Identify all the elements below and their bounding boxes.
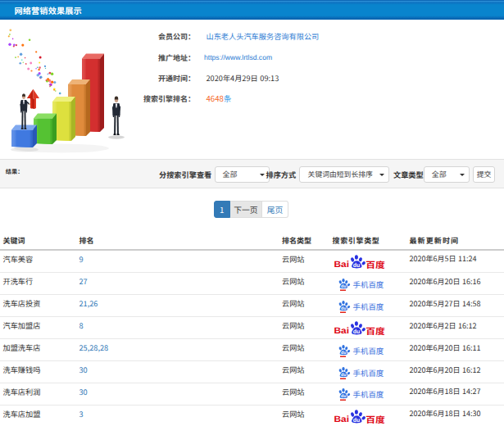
svg-text:百度: 百度 [366,412,385,424]
svg-text:du: du [340,373,346,378]
svg-text:du: du [352,328,360,335]
svg-text:du: du [352,416,360,424]
svg-text:du: du [340,284,346,289]
svg-text:手机百度: 手机百度 [352,345,384,356]
svg-text:百度: 百度 [366,324,385,337]
svg-text:du: du [352,261,360,269]
svg-text:手机百度: 手机百度 [352,301,384,312]
svg-text:手机百度: 手机百度 [352,367,384,378]
svg-text:Bai: Bai [334,260,349,270]
svg-text:Bai: Bai [334,415,349,424]
svg-text:du: du [340,394,346,399]
svg-text:du: du [340,306,346,311]
svg-text:手机百度: 手机百度 [352,279,384,290]
svg-text:Bai: Bai [334,326,349,336]
svg-text:百度: 百度 [366,257,385,270]
svg-text:du: du [340,351,346,356]
svg-text:手机百度: 手机百度 [352,389,384,401]
